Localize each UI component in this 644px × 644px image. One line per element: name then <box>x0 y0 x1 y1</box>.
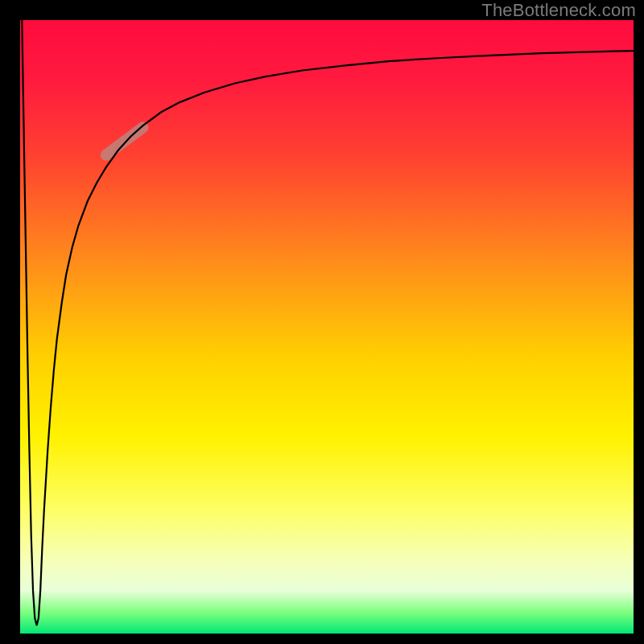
plot-svg <box>20 20 634 634</box>
chart-frame: TheBottleneck.com <box>0 0 644 644</box>
watermark-label: TheBottleneck.com <box>481 0 636 21</box>
plot-area <box>20 20 634 634</box>
gradient-background <box>20 20 634 634</box>
